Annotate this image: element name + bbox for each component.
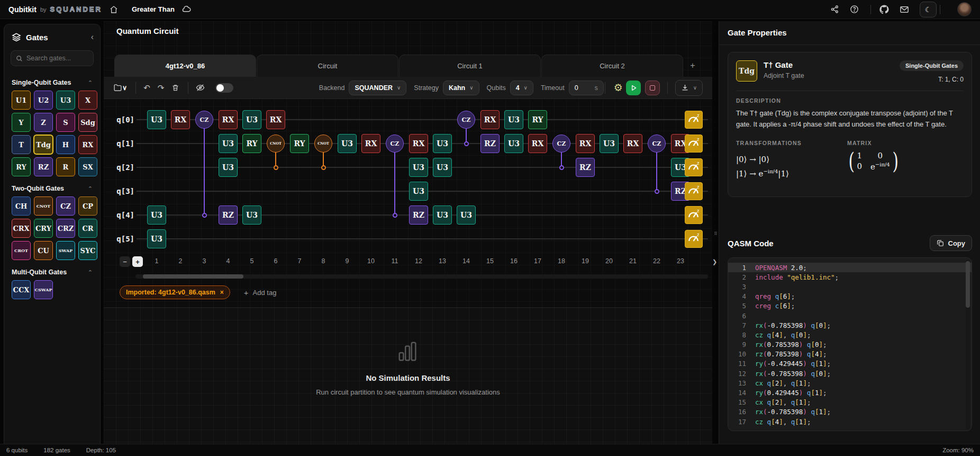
gate-search[interactable]: [11, 50, 94, 66]
new-tab-button[interactable]: +: [684, 55, 702, 77]
palette-gate-crot[interactable]: CROT: [12, 241, 31, 260]
zoom-in-button[interactable]: +: [132, 256, 143, 267]
gate-rz-q4-c4[interactable]: RZ: [219, 205, 238, 225]
drag-handle-icon[interactable]: ⠿: [713, 232, 718, 240]
scrollbar-thumb[interactable]: [143, 274, 243, 279]
palette-gate-crx[interactable]: CRX: [12, 219, 31, 238]
cz-target-dot[interactable]: [559, 165, 564, 170]
visibility-toggle[interactable]: [215, 83, 233, 93]
palette-gate-cry[interactable]: CRY: [34, 219, 53, 238]
palette-gate-cnot[interactable]: CNOT: [34, 196, 53, 216]
redo-button[interactable]: ↷: [158, 84, 165, 92]
cz-target-dot[interactable]: [393, 213, 397, 218]
palette-gate-cswap[interactable]: CSWAP: [34, 280, 53, 299]
tab-circuit-1[interactable]: Circuit 1: [399, 55, 541, 77]
tab-circuit-2[interactable]: Circuit 2: [541, 55, 683, 77]
gate-u3-q2-c12[interactable]: U3: [409, 158, 428, 177]
gate-rx-q0-c2[interactable]: RX: [171, 110, 190, 129]
qubits-select[interactable]: 4 ∨: [510, 81, 533, 95]
palette-gate-swap[interactable]: SWAP: [56, 241, 75, 260]
gate-cnot-q1-c8[interactable]: CNOT: [314, 135, 332, 153]
tab-circuit[interactable]: Circuit: [257, 55, 398, 77]
panel-divider[interactable]: ⠿ ❯: [712, 21, 719, 444]
gate-u3-q4-c13[interactable]: U3: [433, 205, 452, 225]
gate-cz-q1-c22[interactable]: CZ: [648, 135, 666, 153]
palette-gate-ccx[interactable]: CCX: [12, 280, 31, 299]
gate-rz-q4-c12[interactable]: RZ: [409, 205, 428, 225]
measure-gate-q3[interactable]: z: [685, 182, 703, 200]
gate-u3-q1-c20[interactable]: U3: [600, 134, 619, 153]
palette-gate-rz[interactable]: RZ: [34, 157, 53, 176]
gate-rx-q1-c12[interactable]: RX: [409, 134, 428, 153]
gate-rx-q0-c15[interactable]: RX: [480, 110, 500, 129]
measure-gate-q0[interactable]: z: [685, 111, 703, 129]
gate-cz-q0-c14[interactable]: CZ: [457, 111, 475, 129]
palette-gate-u1[interactable]: U1: [12, 91, 31, 110]
palette-gate-u2[interactable]: U2: [34, 91, 53, 110]
imported-tag[interactable]: Imported: 4gt12-v0_86.qasm ×: [120, 285, 230, 299]
export-button[interactable]: ∨: [675, 80, 703, 96]
gate-u3-q1-c13[interactable]: U3: [433, 134, 452, 153]
horizontal-scrollbar[interactable]: [135, 274, 708, 279]
cnot-target-dot[interactable]: [321, 165, 326, 170]
palette-gate-tdg[interactable]: Tdg: [34, 135, 53, 154]
remove-tag-icon[interactable]: ×: [220, 289, 224, 296]
gate-u3-q3-c12[interactable]: U3: [409, 182, 428, 201]
palette-gate-ch[interactable]: CH: [12, 196, 31, 216]
palette-gate-y[interactable]: Y: [12, 113, 31, 132]
theme-toggle-button[interactable]: ☾: [920, 2, 937, 17]
github-icon[interactable]: [879, 5, 889, 14]
palette-gate-u3[interactable]: U3: [56, 91, 75, 110]
eye-off-icon[interactable]: [196, 83, 205, 92]
gate-u3-q1-c4[interactable]: U3: [219, 134, 238, 153]
cz-target-dot[interactable]: [464, 141, 469, 146]
delete-button[interactable]: [171, 84, 179, 92]
palette-gate-sdg[interactable]: Sdg: [78, 113, 97, 132]
gate-ry-q0-c17[interactable]: RY: [528, 110, 547, 129]
zoom-out-button[interactable]: −: [120, 256, 130, 267]
timeout-input[interactable]: 0 s: [569, 81, 604, 95]
measure-gate-q5[interactable]: z: [685, 230, 703, 248]
palette-gate-x[interactable]: X: [78, 91, 97, 110]
copy-button[interactable]: Copy: [930, 235, 973, 251]
gate-rz-q1-c15[interactable]: RZ: [480, 134, 500, 153]
palette-gate-cu[interactable]: CU: [34, 241, 53, 260]
gate-cnot-q1-c6[interactable]: CNOT: [267, 135, 285, 153]
gate-rx-q1-c21[interactable]: RX: [623, 134, 642, 153]
share-icon[interactable]: [830, 5, 839, 14]
gate-cz-q0-c3[interactable]: CZ: [195, 111, 213, 129]
gate-u3-q2-c4[interactable]: U3: [219, 158, 238, 177]
gate-u3-q4-c5[interactable]: U3: [242, 205, 261, 225]
undo-button[interactable]: ↶: [143, 84, 150, 92]
palette-gate-cp[interactable]: CP: [78, 196, 97, 216]
palette-gate-sx[interactable]: SX: [78, 157, 97, 176]
code-scrollbar[interactable]: [966, 260, 970, 430]
search-input[interactable]: [26, 55, 90, 62]
cz-target-dot[interactable]: [655, 189, 659, 194]
gate-u3-q4-c1[interactable]: U3: [147, 205, 166, 225]
qasm-code-block[interactable]: 1OPENQASM 2.0;2include "qelib1.inc";34qr…: [728, 257, 972, 431]
home-icon[interactable]: [110, 5, 118, 14]
strategy-select[interactable]: Kahn ∨: [443, 81, 479, 95]
avatar[interactable]: [957, 2, 972, 16]
run-button[interactable]: [626, 81, 641, 95]
gate-cz-q1-c18[interactable]: CZ: [552, 135, 570, 153]
palette-gate-cz[interactable]: CZ: [56, 196, 75, 216]
palette-section-header[interactable]: Two-Qubit Gates⌃: [4, 180, 100, 196]
tab-4gt12-v0-86[interactable]: 4gt12-v0_86: [114, 55, 256, 77]
gate-u3-q2-c13[interactable]: U3: [433, 158, 452, 177]
mail-icon[interactable]: [900, 5, 909, 14]
palette-gate-cr[interactable]: CR: [78, 219, 97, 238]
cz-target-dot[interactable]: [202, 213, 207, 218]
palette-section-header[interactable]: Single-Qubit Gates⌃: [4, 74, 100, 91]
cnot-target-dot[interactable]: [274, 165, 278, 170]
gate-rx-q1-c17[interactable]: RX: [528, 134, 547, 153]
gate-cz-q1-c11[interactable]: CZ: [386, 135, 404, 153]
gate-rx-q1-c19[interactable]: RX: [576, 134, 595, 153]
palette-gate-syc[interactable]: SYC: [78, 241, 97, 260]
measure-gate-q4[interactable]: z: [685, 206, 703, 224]
palette-gate-s[interactable]: S: [56, 113, 75, 132]
palette-gate-crz[interactable]: CRZ: [56, 219, 75, 238]
gate-rx-q1-c10[interactable]: RX: [361, 134, 380, 153]
palette-gate-rx[interactable]: RX: [78, 135, 97, 154]
